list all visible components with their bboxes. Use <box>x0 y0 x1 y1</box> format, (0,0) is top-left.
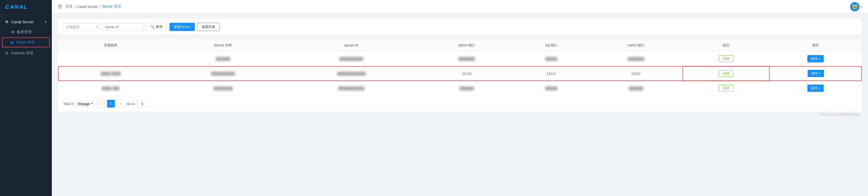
cell-cluster: ████ ████ <box>58 66 163 81</box>
cell-name: ████████ <box>163 81 283 96</box>
server-mgmt-icon: ▤ <box>10 40 14 44</box>
header-left: ☰ 主页 / Canal Server / Server 管理 <box>58 4 121 9</box>
page-size-select[interactable]: 20/page <box>75 101 95 107</box>
cell-ip: ███████████ <box>283 81 420 96</box>
header: ☰ 主页 / Canal Server / Server 管理 🐱 ▾ <box>52 0 868 13</box>
instance-mgmt-label: Instance 管理 <box>11 51 33 55</box>
next-page-button[interactable]: › <box>117 100 125 108</box>
breadcrumb-home[interactable]: 主页 <box>65 4 72 9</box>
cell-action: 操作▾ <box>769 51 862 66</box>
cluster-select[interactable]: 所属集群 <box>63 23 99 31</box>
main-area: ☰ 主页 / Canal Server / Server 管理 🐱 ▾ <box>52 0 868 196</box>
breadcrumb: 主页 / Canal Server / Server 管理 <box>65 4 121 9</box>
server-ip-input[interactable] <box>102 23 144 31</box>
cell-name: ██████████ <box>163 66 283 81</box>
cell-name: ██████ <box>163 51 283 66</box>
breadcrumb-parent[interactable]: Canal Server <box>77 5 98 9</box>
status-start-button[interactable]: 启动 <box>719 85 733 91</box>
page-1-button[interactable]: 1 <box>107 100 115 108</box>
breadcrumb-sep2: / <box>99 5 100 9</box>
server-mgmt-label: Server 管理 <box>16 40 35 45</box>
cell-action: 操作▾ <box>769 66 862 81</box>
cell-cluster: ████ ███ <box>58 81 163 96</box>
go-to-label: Go to <box>127 102 135 106</box>
avatar[interactable]: 🐱 <box>850 2 860 11</box>
col-tcp-port: tcp 端口 <box>513 39 589 51</box>
content-area: 所属集群 🔍 查询 新建Server 刷新列表 所属集群 Server <box>52 13 868 196</box>
sidebar-item-cluster-mgmt[interactable]: ⚙ 集群管理 <box>0 27 52 37</box>
cell-admin-port: ██████ <box>420 81 513 96</box>
action-button[interactable]: 操作▾ <box>808 70 824 77</box>
table-header-row: 所属集群 Server 名称 Server IP admin 端口 tcp 端口… <box>58 39 862 51</box>
cell-action: 操作▾ <box>769 81 862 96</box>
table-row: -███████████████████████████████████启动操作… <box>58 51 862 66</box>
canal-server-label: Canal Server <box>11 19 34 24</box>
chevron-down-icon: ▾ <box>819 57 820 60</box>
action-button[interactable]: 操作▾ <box>807 85 824 92</box>
sidebar-menu: ⊕ Canal Server ∧ ⚙ 集群管理 ▤ Server 管理 ☰ In… <box>0 14 52 196</box>
cell-status: 启动 <box>683 66 769 81</box>
cell-status: 启动 <box>683 81 769 96</box>
search-button[interactable]: 🔍 查询 <box>146 23 167 31</box>
cell-cluster: - <box>58 51 163 66</box>
cluster-select-wrapper: 所属集群 <box>63 23 99 31</box>
action-label: 操作 <box>811 86 818 90</box>
breadcrumb-current: Server 管理 <box>102 4 121 9</box>
col-status: 状态 <box>683 39 769 51</box>
cell-admin-port: ███████ <box>420 51 513 66</box>
sidebar-item-server-mgmt[interactable]: ▤ Server 管理 <box>2 38 50 47</box>
sidebar-item-instance-mgmt[interactable]: ☰ Instance 管理 <box>0 48 52 59</box>
go-to-input[interactable] <box>137 100 148 107</box>
logo-text: CANAL <box>5 4 28 10</box>
col-cluster: 所属集群 <box>58 39 163 51</box>
cluster-icon: ⚙ <box>11 30 15 34</box>
total-label: Total 3 <box>63 102 73 106</box>
table-row: ████ ██████████████████████████111101111… <box>58 66 862 81</box>
server-icon: ⊕ <box>5 19 8 24</box>
table-row: ████ ███████████████████████████████████… <box>58 81 862 96</box>
footer-note: CSDN @疯子追浪的猫不吃猫粮 <box>58 112 862 118</box>
server-table: 所属集群 Server 名称 Server IP admin 端口 tcp 端口… <box>58 39 862 95</box>
filter-bar: 所属集群 🔍 查询 新建Server 刷新列表 <box>58 18 862 35</box>
col-ip: Server IP <box>283 39 420 51</box>
page-size-wrapper: 20/page <box>75 101 95 107</box>
action-label: 操作 <box>811 71 818 76</box>
cell-ip: ████████████ <box>283 66 420 81</box>
chevron-down-icon: ▾ <box>819 72 820 75</box>
cluster-mgmt-label: 集群管理 <box>17 30 31 34</box>
user-avatar-dropdown[interactable]: 🐱 ▾ <box>850 2 862 11</box>
search-icon: 🔍 <box>151 25 155 29</box>
server-table-container: 所属集群 Server 名称 Server IP admin 端口 tcp 端口… <box>58 39 862 112</box>
cell-admin-port: 11110 <box>420 66 513 81</box>
cell-ip: ██████████ <box>283 51 420 66</box>
new-server-button[interactable]: 新建Server <box>169 23 195 31</box>
chevron-up-icon: ∧ <box>44 20 46 24</box>
header-right: 🐱 ▾ <box>850 2 862 11</box>
cell-status: 启动 <box>683 51 769 66</box>
col-action: 操作 <box>769 39 862 51</box>
cell-metric-port: 11112 <box>589 66 683 81</box>
chevron-down-icon: ▾ <box>861 5 862 8</box>
cell-metric-port: ██████ <box>589 81 683 96</box>
instance-icon: ☰ <box>5 51 8 55</box>
avatar-emoji: 🐱 <box>852 4 858 9</box>
pagination: Total 3 20/page ‹ 1 › Go to <box>58 95 862 112</box>
col-metric-port: metric 端口 <box>589 39 683 51</box>
prev-page-button[interactable]: ‹ <box>97 100 105 108</box>
sidebar-item-canal-server[interactable]: ⊕ Canal Server ∧ <box>0 16 52 27</box>
hamburger-icon[interactable]: ☰ <box>58 4 62 9</box>
chevron-down-icon: ▾ <box>819 87 820 90</box>
action-button[interactable]: 操作▾ <box>807 55 824 62</box>
cell-metric-port: ███████ <box>589 51 683 66</box>
status-start-button[interactable]: 启动 <box>719 55 733 62</box>
status-start-button[interactable]: 启动 <box>719 70 733 77</box>
cell-tcp-port: █████ <box>513 51 589 66</box>
action-label: 操作 <box>811 56 818 61</box>
col-admin-port: admin 端口 <box>420 39 513 51</box>
breadcrumb-sep1: / <box>74 5 75 9</box>
col-name: Server 名称 <box>163 39 283 51</box>
refresh-button[interactable]: 刷新列表 <box>197 23 220 31</box>
logo-area: CANAL <box>0 0 52 14</box>
sidebar: CANAL ⊕ Canal Server ∧ ⚙ 集群管理 ▤ Server 管… <box>0 0 52 196</box>
cell-tcp-port: █████ <box>513 81 589 96</box>
